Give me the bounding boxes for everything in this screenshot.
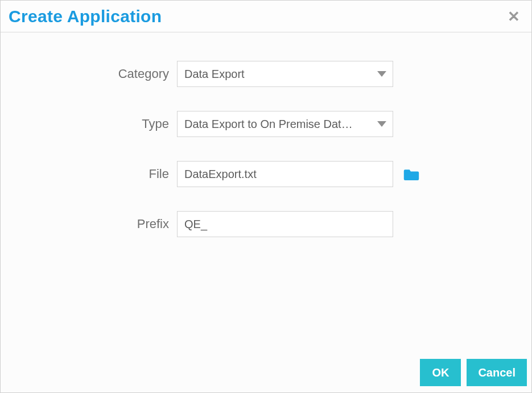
ok-button[interactable]: OK [420, 359, 461, 386]
category-label: Category [1, 67, 177, 81]
prefix-label: Prefix [1, 217, 177, 231]
dialog-title: Create Application [9, 7, 162, 26]
category-select[interactable]: Data Export [177, 61, 393, 87]
create-application-dialog: Create Application ✕ Category Data Expor… [0, 0, 532, 393]
type-select[interactable]: Data Export to On Premise Dat… [177, 111, 393, 137]
prefix-input[interactable] [177, 211, 393, 237]
type-select-value: Data Export to On Premise Dat… [184, 118, 353, 131]
dialog-footer: OK Cancel [1, 355, 531, 392]
type-label: Type [1, 117, 177, 131]
row-file: File [1, 161, 531, 187]
row-prefix: Prefix [1, 211, 531, 237]
folder-icon[interactable] [403, 168, 419, 180]
chevron-down-icon [377, 71, 386, 77]
cancel-button[interactable]: Cancel [467, 359, 527, 386]
close-icon[interactable]: ✕ [504, 7, 523, 26]
dialog-body: Category Data Export Type Data Export to… [1, 32, 531, 355]
chevron-down-icon [377, 121, 386, 127]
dialog-header: Create Application ✕ [1, 1, 531, 32]
row-type: Type Data Export to On Premise Dat… [1, 111, 531, 137]
file-label: File [1, 167, 177, 181]
row-category: Category Data Export [1, 61, 531, 87]
category-select-value: Data Export [184, 68, 245, 81]
file-input[interactable] [177, 161, 393, 187]
